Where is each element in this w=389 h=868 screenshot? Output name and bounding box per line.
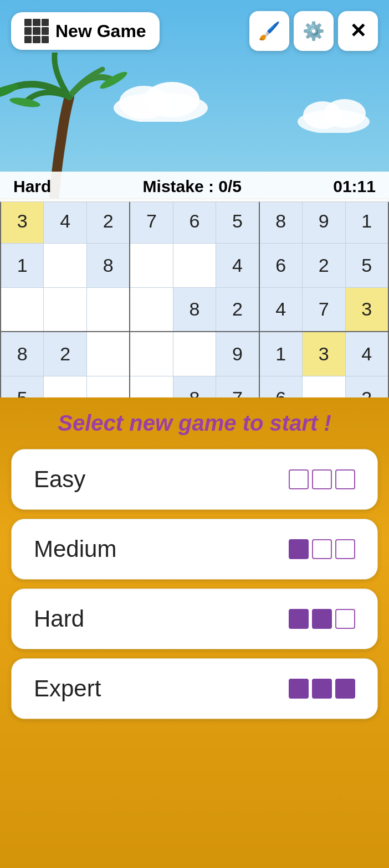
sudoku-row: 82473 — [1, 287, 388, 332]
sudoku-cell[interactable] — [173, 332, 216, 376]
svg-point-5 — [144, 82, 199, 117]
sudoku-table: 3427658911846258247382913458762 — [0, 198, 389, 421]
sudoku-cell[interactable]: 7 — [302, 287, 345, 332]
sudoku-cell[interactable]: 2 — [44, 332, 87, 376]
new-game-button[interactable]: New Game — [11, 12, 160, 50]
medium-dot-1 — [289, 539, 309, 559]
header: New Game 🖌️ ⚙️ ✕ — [0, 11, 389, 51]
new-game-label: New Game — [55, 21, 146, 42]
hard-dot-2 — [312, 609, 332, 629]
sudoku-cell[interactable]: 2 — [302, 243, 345, 287]
close-icon: ✕ — [350, 19, 366, 43]
difficulty-overlay: Select new game to start ! Easy Medium H… — [0, 397, 389, 868]
sudoku-cell[interactable] — [173, 243, 216, 287]
status-bar: Hard Mistake : 0/5 01:11 — [0, 172, 389, 202]
sudoku-cell[interactable]: 4 — [216, 243, 259, 287]
sudoku-row: 342765891 — [1, 199, 388, 243]
cloud-right — [295, 94, 372, 135]
sudoku-cell[interactable] — [44, 287, 87, 332]
sudoku-cell[interactable]: 6 — [173, 199, 216, 243]
svg-point-8 — [324, 99, 366, 128]
sudoku-cell[interactable] — [130, 332, 173, 376]
hard-dots — [289, 609, 355, 629]
grid-icon — [24, 19, 49, 43]
expert-dot-1 — [289, 679, 309, 699]
expert-dots — [289, 679, 355, 699]
easy-label: Easy — [34, 466, 85, 493]
sudoku-cell[interactable]: 8 — [1, 332, 44, 376]
sudoku-cell[interactable] — [87, 287, 130, 332]
medium-dot-2 — [312, 539, 332, 559]
medium-button[interactable]: Medium — [11, 519, 378, 580]
easy-dots — [289, 469, 355, 489]
sudoku-cell[interactable] — [1, 287, 44, 332]
overlay-title: Select new game to start ! — [58, 411, 331, 436]
sudoku-cell[interactable] — [130, 287, 173, 332]
toolbar-right: 🖌️ ⚙️ ✕ — [249, 11, 378, 51]
easy-button[interactable]: Easy — [11, 449, 378, 510]
sudoku-cell[interactable] — [44, 243, 87, 287]
medium-dots — [289, 539, 355, 559]
medium-label: Medium — [34, 536, 116, 562]
sudoku-cell[interactable]: 6 — [259, 243, 303, 287]
sudoku-cell[interactable]: 3 — [1, 199, 44, 243]
cloud-left — [111, 78, 211, 124]
sudoku-cell[interactable]: 4 — [44, 199, 87, 243]
sudoku-cell[interactable]: 1 — [1, 243, 44, 287]
sudoku-cell[interactable]: 8 — [259, 199, 303, 243]
easy-dot-3 — [335, 469, 355, 489]
close-button[interactable]: ✕ — [338, 11, 378, 51]
paint-icon: 🖌️ — [258, 20, 280, 42]
expert-dot-2 — [312, 679, 332, 699]
settings-button[interactable]: ⚙️ — [294, 11, 334, 51]
timer: 01:11 — [333, 177, 376, 196]
hard-button[interactable]: Hard — [11, 588, 378, 649]
mistake-counter: Mistake : 0/5 — [143, 177, 242, 196]
hard-label: Hard — [34, 606, 84, 632]
sudoku-cell[interactable]: 3 — [345, 287, 388, 332]
sudoku-row: 184625 — [1, 243, 388, 287]
sudoku-cell[interactable]: 3 — [302, 332, 345, 376]
medium-dot-3 — [335, 539, 355, 559]
sudoku-cell[interactable]: 9 — [302, 199, 345, 243]
expert-button[interactable]: Expert — [11, 658, 378, 719]
expert-dot-3 — [335, 679, 355, 699]
sudoku-cell[interactable]: 1 — [259, 332, 303, 376]
sudoku-cell[interactable] — [87, 332, 130, 376]
sudoku-cell[interactable]: 8 — [173, 287, 216, 332]
sudoku-cell[interactable]: 9 — [216, 332, 259, 376]
sudoku-row: 829134 — [1, 332, 388, 376]
sudoku-cell[interactable]: 5 — [345, 243, 388, 287]
sudoku-cell[interactable]: 4 — [345, 332, 388, 376]
sudoku-cell[interactable]: 2 — [87, 199, 130, 243]
easy-dot-1 — [289, 469, 309, 489]
sudoku-cell[interactable]: 7 — [130, 199, 173, 243]
sudoku-cell[interactable]: 8 — [87, 243, 130, 287]
sudoku-cell[interactable] — [130, 243, 173, 287]
paint-button[interactable]: 🖌️ — [249, 11, 289, 51]
expert-label: Expert — [34, 675, 101, 702]
hard-dot-1 — [289, 609, 309, 629]
difficulty-label: Hard — [13, 177, 51, 196]
sudoku-cell[interactable]: 1 — [345, 199, 388, 243]
sudoku-cell[interactable]: 2 — [216, 287, 259, 332]
hard-dot-3 — [335, 609, 355, 629]
gear-icon: ⚙️ — [303, 20, 325, 42]
easy-dot-2 — [312, 469, 332, 489]
sudoku-cell[interactable]: 4 — [259, 287, 303, 332]
sudoku-grid: 3427658911846258247382913458762 — [0, 198, 389, 421]
sudoku-cell[interactable]: 5 — [216, 199, 259, 243]
